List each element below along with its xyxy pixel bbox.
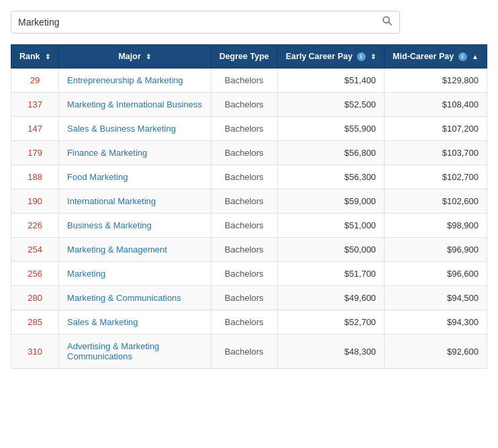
cell-degree-type: Bachelors bbox=[211, 214, 277, 238]
early-career-info-icon[interactable]: i bbox=[357, 52, 366, 61]
cell-major[interactable]: Sales & Marketing bbox=[59, 310, 211, 334]
cell-rank: 188 bbox=[11, 165, 59, 189]
rank-sort-icon: ⇕ bbox=[45, 53, 50, 60]
header-degree-type: Degree Type bbox=[211, 45, 277, 69]
cell-early-career-pay: $59,000 bbox=[277, 189, 384, 214]
cell-degree-type: Bachelors bbox=[211, 262, 277, 286]
cell-major[interactable]: Business & Marketing bbox=[59, 214, 211, 238]
cell-rank: 256 bbox=[11, 262, 59, 286]
search-button[interactable] bbox=[382, 15, 393, 29]
table-row: 29Entrepreneurship & MarketingBachelors$… bbox=[11, 69, 487, 93]
cell-mid-career-pay: $102,700 bbox=[385, 165, 487, 189]
cell-degree-type: Bachelors bbox=[211, 69, 277, 93]
cell-mid-career-pay: $102,600 bbox=[385, 189, 487, 214]
cell-mid-career-pay: $103,700 bbox=[385, 141, 487, 165]
cell-mid-career-pay: $108,400 bbox=[385, 93, 487, 117]
table-row: 179Finance & MarketingBachelors$56,800$1… bbox=[11, 141, 487, 165]
table-row: 226Business & MarketingBachelors$51,000$… bbox=[11, 214, 487, 238]
cell-degree-type: Bachelors bbox=[211, 189, 277, 214]
table-row: 137Marketing & International BusinessBac… bbox=[11, 93, 487, 117]
table-row: 280Marketing & CommunicationsBachelors$4… bbox=[11, 286, 487, 310]
cell-degree-type: Bachelors bbox=[211, 310, 277, 334]
cell-early-career-pay: $50,000 bbox=[277, 238, 384, 262]
svg-line-1 bbox=[389, 22, 391, 25]
cell-early-career-pay: $49,600 bbox=[277, 286, 384, 310]
cell-degree-type: Bachelors bbox=[211, 141, 277, 165]
cell-rank: 310 bbox=[11, 334, 59, 369]
cell-degree-type: Bachelors bbox=[211, 165, 277, 189]
cell-rank: 226 bbox=[11, 214, 59, 238]
cell-rank: 147 bbox=[11, 117, 59, 141]
cell-early-career-pay: $56,800 bbox=[277, 141, 384, 165]
cell-major[interactable]: Marketing & Management bbox=[59, 238, 211, 262]
table-row: 256MarketingBachelors$51,700$96,600 bbox=[11, 262, 487, 286]
cell-early-career-pay: $51,400 bbox=[277, 69, 384, 93]
header-mid-career-label: Mid-Career Pay bbox=[393, 52, 454, 61]
table-row: 310Advertising & Marketing Communication… bbox=[11, 334, 487, 369]
cell-major[interactable]: Entrepreneurship & Marketing bbox=[59, 69, 211, 93]
cell-early-career-pay: $52,700 bbox=[277, 310, 384, 334]
cell-degree-type: Bachelors bbox=[211, 334, 277, 369]
table-row: 188Food MarketingBachelors$56,300$102,70… bbox=[11, 165, 487, 189]
cell-mid-career-pay: $129,800 bbox=[385, 69, 487, 93]
header-early-career-label: Early Career Pay bbox=[286, 52, 352, 61]
cell-mid-career-pay: $94,500 bbox=[385, 286, 487, 310]
table-row: 254Marketing & ManagementBachelors$50,00… bbox=[11, 238, 487, 262]
table-body: 29Entrepreneurship & MarketingBachelors$… bbox=[11, 69, 487, 369]
cell-mid-career-pay: $96,600 bbox=[385, 262, 487, 286]
cell-mid-career-pay: $107,200 bbox=[385, 117, 487, 141]
search-input[interactable] bbox=[18, 17, 379, 28]
header-rank[interactable]: Rank ⇕ bbox=[11, 45, 59, 69]
table-row: 285Sales & MarketingBachelors$52,700$94,… bbox=[11, 310, 487, 334]
cell-degree-type: Bachelors bbox=[211, 117, 277, 141]
table-header: Rank ⇕ Major ⇕ Degree Type Early Career … bbox=[11, 45, 487, 69]
header-major[interactable]: Major ⇕ bbox=[59, 45, 211, 69]
cell-rank: 254 bbox=[11, 238, 59, 262]
cell-mid-career-pay: $98,900 bbox=[385, 214, 487, 238]
cell-rank: 285 bbox=[11, 310, 59, 334]
cell-rank: 137 bbox=[11, 93, 59, 117]
table-row: 147Sales & Business MarketingBachelors$5… bbox=[11, 117, 487, 141]
cell-mid-career-pay: $96,900 bbox=[385, 238, 487, 262]
header-mid-career-pay[interactable]: Mid-Career Pay i ▲ bbox=[385, 45, 487, 69]
header-major-label: Major bbox=[118, 52, 140, 61]
cell-degree-type: Bachelors bbox=[211, 238, 277, 262]
search-wrapper bbox=[11, 11, 400, 34]
cell-early-career-pay: $51,000 bbox=[277, 214, 384, 238]
search-container bbox=[11, 11, 487, 34]
cell-mid-career-pay: $94,300 bbox=[385, 310, 487, 334]
header-early-career-pay[interactable]: Early Career Pay i ⇕ bbox=[277, 45, 384, 69]
cell-major[interactable]: International Marketing bbox=[59, 189, 211, 214]
cell-degree-type: Bachelors bbox=[211, 93, 277, 117]
table-row: 190International MarketingBachelors$59,0… bbox=[11, 189, 487, 214]
cell-mid-career-pay: $92,600 bbox=[385, 334, 487, 369]
header-rank-label: Rank bbox=[19, 52, 40, 61]
cell-early-career-pay: $52,500 bbox=[277, 93, 384, 117]
cell-early-career-pay: $48,300 bbox=[277, 334, 384, 369]
cell-early-career-pay: $56,300 bbox=[277, 165, 384, 189]
cell-major[interactable]: Advertising & Marketing Communications bbox=[59, 334, 211, 369]
cell-major[interactable]: Marketing bbox=[59, 262, 211, 286]
cell-rank: 29 bbox=[11, 69, 59, 93]
cell-major[interactable]: Sales & Business Marketing bbox=[59, 117, 211, 141]
header-degree-label: Degree Type bbox=[219, 52, 269, 61]
cell-major[interactable]: Food Marketing bbox=[59, 165, 211, 189]
major-sort-icon: ⇕ bbox=[146, 53, 151, 60]
mid-career-sort-icon: ▲ bbox=[472, 53, 479, 60]
search-icon bbox=[382, 15, 393, 26]
cell-rank: 179 bbox=[11, 141, 59, 165]
cell-early-career-pay: $55,900 bbox=[277, 117, 384, 141]
mid-career-info-icon[interactable]: i bbox=[458, 52, 467, 61]
cell-rank: 280 bbox=[11, 286, 59, 310]
cell-major[interactable]: Marketing & Communications bbox=[59, 286, 211, 310]
cell-rank: 190 bbox=[11, 189, 59, 214]
results-table: Rank ⇕ Major ⇕ Degree Type Early Career … bbox=[11, 44, 487, 369]
early-career-sort-icon: ⇕ bbox=[370, 53, 376, 60]
cell-early-career-pay: $51,700 bbox=[277, 262, 384, 286]
cell-major[interactable]: Marketing & International Business bbox=[59, 93, 211, 117]
cell-degree-type: Bachelors bbox=[211, 286, 277, 310]
cell-major[interactable]: Finance & Marketing bbox=[59, 141, 211, 165]
